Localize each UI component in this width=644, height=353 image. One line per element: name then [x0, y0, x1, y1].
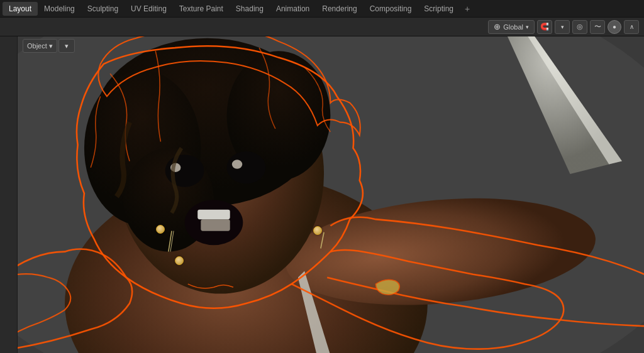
overlay-icon: ●: [613, 23, 616, 30]
pivot-icon: ⊕: [494, 22, 501, 31]
viewport-container: Object ▾ ▾: [0, 36, 644, 353]
svg-point-12: [232, 160, 242, 168]
snap-button[interactable]: 🧲: [537, 20, 552, 34]
add-workspace-button[interactable]: +: [460, 1, 475, 16]
left-tools-strip: [0, 36, 18, 353]
proportional-falloff-button[interactable]: 〜: [590, 20, 605, 34]
snap-options-button[interactable]: ▾: [555, 20, 570, 34]
object-mode-dropdown[interactable]: Object ▾: [23, 39, 57, 53]
tab-layout[interactable]: Layout: [3, 2, 38, 16]
snap-icon: 🧲: [540, 23, 549, 31]
waypoint-button[interactable]: ∧: [624, 20, 639, 34]
svg-point-10: [227, 151, 266, 184]
tab-uv-editing[interactable]: UV Editing: [125, 2, 173, 16]
proportional-editing-button[interactable]: ◎: [572, 20, 587, 34]
pivot-chevron-icon: ▾: [526, 24, 529, 30]
top-menu-bar: Layout Modeling Sculpting UV Editing Tex…: [0, 0, 644, 18]
bone-handle-left-ear[interactable]: [156, 225, 165, 234]
bone-handle-chest[interactable]: [175, 256, 184, 265]
display-icon: ▾: [65, 42, 69, 50]
overlay-toggle-button[interactable]: ●: [608, 20, 621, 34]
snap-options-icon: ▾: [561, 24, 564, 30]
viewport-display-dropdown[interactable]: ▾: [58, 39, 75, 53]
pivot-label: Global: [503, 23, 523, 31]
object-mode-header: Object ▾ ▾: [23, 39, 75, 53]
svg-rect-15: [201, 219, 230, 231]
tab-compositing[interactable]: Compositing: [364, 2, 418, 16]
tab-shading[interactable]: Shading: [230, 2, 270, 16]
bone-handle-right-mid[interactable]: [313, 226, 322, 235]
waypoint-icon: ∧: [630, 23, 634, 30]
tab-sculpting[interactable]: Sculpting: [81, 2, 125, 16]
tab-animation[interactable]: Animation: [270, 2, 316, 16]
3d-viewport[interactable]: [0, 36, 644, 353]
svg-rect-14: [197, 210, 230, 219]
object-mode-chevron-icon: ▾: [49, 42, 53, 50]
tab-scripting[interactable]: Scripting: [418, 2, 460, 16]
pivot-point-dropdown[interactable]: ⊕ Global ▾: [488, 20, 535, 34]
tab-texture-paint[interactable]: Texture Paint: [173, 2, 230, 16]
falloff-icon: 〜: [594, 22, 601, 31]
tab-rendering[interactable]: Rendering: [316, 2, 363, 16]
scene-overlay-svg: [0, 36, 644, 353]
tab-modeling[interactable]: Modeling: [38, 2, 81, 16]
object-mode-label: Object: [27, 42, 47, 50]
proportional-icon: ◎: [577, 23, 583, 31]
viewport-toolbar: ⊕ Global ▾ 🧲 ▾ ◎ 〜 ● ∧: [0, 18, 644, 36]
